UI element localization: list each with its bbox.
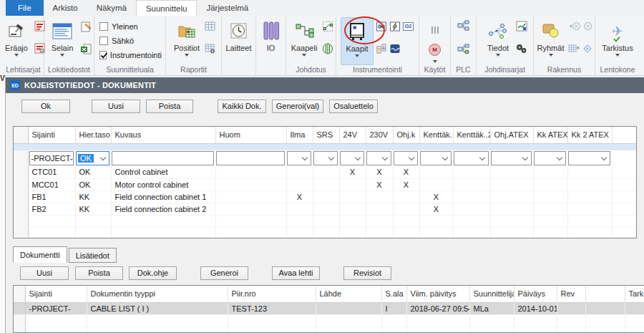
harness-chart-icon[interactable] xyxy=(515,20,527,32)
kaytot-button[interactable]: M xyxy=(419,17,451,65)
instrument-lift-icon[interactable] xyxy=(375,42,387,54)
huom-input[interactable] xyxy=(216,151,285,165)
dok-ohje-button[interactable]: Dok.ohje xyxy=(129,266,177,280)
avaa-lehti-button[interactable]: Avaa lehti xyxy=(272,266,320,280)
instrument-wave-icon[interactable] xyxy=(389,42,401,54)
col-kenttak2[interactable]: Kenttäk..2 xyxy=(453,127,490,143)
table-row-empty[interactable] xyxy=(14,227,636,238)
doc-uusi-button[interactable]: Uusi xyxy=(20,266,69,280)
tarkistus-button[interactable]: ✈ Tarkistus xyxy=(600,17,634,65)
report-table-settings-icon[interactable] xyxy=(204,42,216,54)
col-lahde[interactable]: Lähde xyxy=(316,286,381,302)
kuvaus-input[interactable] xyxy=(112,151,214,165)
report-table-icon[interactable] xyxy=(204,20,216,32)
col-viim-paivitys[interactable]: Viim. päivitys xyxy=(406,286,469,302)
cable-bundle-icon[interactable] xyxy=(321,42,333,54)
kenttak2-combo[interactable] xyxy=(454,151,489,165)
tab-lisatiedot[interactable]: Lisätiedot xyxy=(69,248,117,263)
instrument-lightning-icon[interactable] xyxy=(389,20,401,32)
col-vaihe[interactable] xyxy=(585,286,625,302)
kkatex-combo[interactable] xyxy=(534,151,566,165)
selain-button[interactable]: Selain xyxy=(47,17,78,65)
add-x-circle-icon[interactable] xyxy=(568,20,580,32)
col-kuvaus[interactable]: Kuvaus xyxy=(111,127,215,143)
ryhmat-button[interactable]: Ryhmät xyxy=(535,17,567,65)
osaluettelo-button[interactable]: Osaluettelo xyxy=(329,100,378,113)
grid-x-icon[interactable] xyxy=(568,42,580,54)
ohjatex-combo[interactable] xyxy=(491,151,532,165)
230v-combo[interactable] xyxy=(366,151,391,165)
doc-generoi-button[interactable]: Generoi xyxy=(200,266,248,280)
ribbon-tab-jarjestelma[interactable]: Järjestelmä xyxy=(197,0,258,16)
col-sijainti[interactable]: Sijainti xyxy=(28,127,75,143)
poista-button[interactable]: Poista xyxy=(146,100,193,113)
tiedot-button[interactable]: Tiedot xyxy=(482,17,514,65)
col-230v[interactable]: 230V xyxy=(366,127,393,143)
col-kk2atex[interactable]: Kk 2 ATEX xyxy=(567,127,612,143)
kaikki-dok-button[interactable]: Kaikki Dok. xyxy=(218,100,266,113)
x-circle-icon[interactable] xyxy=(582,20,594,32)
checkbox-yleinen[interactable]: Yleinen xyxy=(99,19,162,33)
positiot-button[interactable]: Positiot xyxy=(171,17,203,65)
kaapeli-button[interactable]: Kaapeli xyxy=(288,17,320,65)
col-24v[interactable]: 24V xyxy=(339,127,366,143)
ribbon-tab-nakyma[interactable]: Näkymä xyxy=(87,0,136,16)
table-row-selected[interactable]: -PROJECT- CABLE LIST ( I ) TEST-123 I 20… xyxy=(14,302,644,314)
col-paivays[interactable]: Päiväys xyxy=(514,286,557,302)
table-row[interactable]: FB2 KK Field connection cabinet 2 X xyxy=(14,203,636,215)
harness-gears-icon[interactable] xyxy=(515,42,527,54)
table-row-empty[interactable] xyxy=(14,314,644,327)
diamond-icon[interactable] xyxy=(582,42,594,54)
laitteet-button[interactable]: Laitteet xyxy=(223,17,255,65)
ohjk-combo[interactable] xyxy=(394,151,418,165)
tab-dokumentti[interactable]: Dokumentti xyxy=(13,246,67,263)
col-huom[interactable]: Huom xyxy=(215,127,286,143)
hiertaso-combo[interactable]: OK xyxy=(76,151,109,165)
instrument-o2-icon[interactable]: O2 xyxy=(402,20,414,32)
col-kenttak[interactable]: Kenttäk. xyxy=(419,127,453,143)
generoi-val-button[interactable]: Generoi(val) xyxy=(272,100,323,113)
ribbon-tab-arkisto[interactable]: Arkisto xyxy=(44,0,87,16)
doc-poista-button[interactable]: Poista xyxy=(75,266,123,280)
dialog-titlebar[interactable]: ED KOJEISTOTIEDOT - DOKUMENTIT xyxy=(6,77,644,93)
col-sijainti[interactable]: Sijainti xyxy=(25,286,87,302)
checkbox-sahko[interactable]: Sähkö xyxy=(99,34,162,47)
table-row-empty[interactable] xyxy=(14,215,636,227)
col-dokumentin-tyyppi[interactable]: Dokumentin tyyppi xyxy=(87,286,228,302)
plc-tree-icon[interactable] xyxy=(457,19,469,32)
col-srs[interactable]: SRS xyxy=(313,127,339,143)
24v-combo[interactable] xyxy=(340,151,364,165)
col-tark[interactable]: Tark. xyxy=(625,286,644,302)
io-cards-icon xyxy=(263,21,280,40)
ilma-combo[interactable] xyxy=(287,151,311,165)
ok-button[interactable]: Ok xyxy=(21,100,70,113)
sijainti-input[interactable]: -PROJECT- xyxy=(29,151,74,165)
plc-tree-settings-icon[interactable] xyxy=(457,43,469,55)
col-ilma[interactable]: Ilma xyxy=(286,127,313,143)
table-row[interactable]: FB1 KK Field connection cabinet 1 X X xyxy=(14,190,636,203)
srs-combo[interactable] xyxy=(313,151,338,165)
checkbox-instrumentointi[interactable]: Instrumentointi xyxy=(99,48,162,62)
table-row[interactable]: CTC01 OK Control cabinet X X X xyxy=(14,166,636,178)
eraajo-button[interactable]: Eräajo xyxy=(1,17,32,65)
col-kkatex[interactable]: Kk ATEX xyxy=(533,127,567,143)
uusi-button[interactable]: Uusi xyxy=(92,100,140,113)
col-ohjk[interactable]: Ohj.k xyxy=(393,127,419,143)
col-sala[interactable]: S.ala xyxy=(381,286,406,302)
excel-log-icon[interactable] xyxy=(79,42,92,54)
ribbon-tab-file[interactable]: File xyxy=(6,0,44,16)
col-piirnro[interactable]: Piir.nro xyxy=(228,286,316,302)
io-button[interactable]: IO xyxy=(255,17,287,65)
table-row-empty[interactable] xyxy=(14,327,644,333)
kk2atex-combo[interactable] xyxy=(568,151,610,165)
cable-route-icon[interactable] xyxy=(321,20,333,32)
table-row[interactable]: MCC01 OK Motor control cabinet X X xyxy=(14,178,636,190)
col-rev[interactable]: Rev xyxy=(557,286,585,302)
col-hiertaso[interactable]: Hier.taso xyxy=(75,127,111,143)
col-suunnittelija[interactable]: Suunnittelija xyxy=(469,286,514,302)
ribbon-tab-suunnittelu[interactable]: Suunnittelu xyxy=(136,0,197,16)
col-ohjatex[interactable]: Ohj.ATEX xyxy=(490,127,533,143)
revisiot-button[interactable]: Revisiot xyxy=(343,266,391,280)
log-edit-icon[interactable] xyxy=(79,20,92,32)
kenttak-combo[interactable] xyxy=(420,151,452,165)
